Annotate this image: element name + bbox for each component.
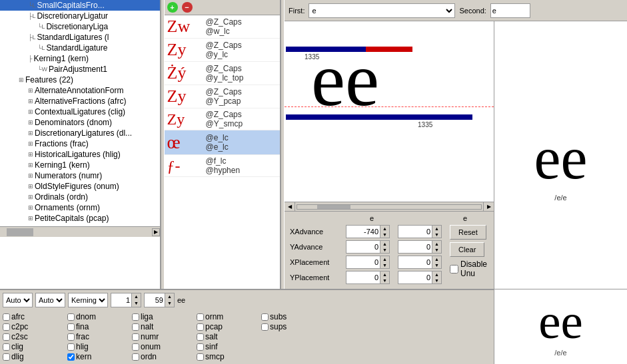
reset-button[interactable]: Reset <box>450 225 486 240</box>
tree-item[interactable]: ⊞ ContextualLigatures (clig) <box>0 106 160 117</box>
h-scrollbar[interactable]: ◀ ▶ <box>285 202 494 211</box>
add-glyph-button[interactable]: + <box>167 2 178 13</box>
tree-item[interactable]: ├L StandardLigatures (l <box>0 32 160 43</box>
tree-item[interactable]: ⊞ DiscretionaryLigatures (dl... <box>0 128 160 138</box>
check-salt[interactable]: salt <box>197 332 260 341</box>
xplacement-input2[interactable] <box>398 256 432 268</box>
glyph-row[interactable]: ƒ- @f_lc @hyphen <box>165 155 281 177</box>
spin-2[interactable]: ▲ ▼ <box>144 293 175 307</box>
glyph-row[interactable]: Zy @Z_Caps @y_lc <box>165 39 281 62</box>
tree-item[interactable]: ⊞ AlternateAnnotationForm <box>0 85 160 96</box>
xplacement-down1[interactable]: ▼ <box>380 262 389 268</box>
check-sinf[interactable]: sinf <box>197 342 260 351</box>
check-clig[interactable]: clig <box>3 342 66 351</box>
check-frac[interactable]: frac <box>67 332 131 341</box>
tree-item[interactable]: ⊞ Ordinals (ordn) <box>0 192 160 202</box>
remove-glyph-button[interactable]: − <box>182 2 193 13</box>
check-c2pc[interactable]: c2pc <box>3 322 66 331</box>
xplacement-up1[interactable]: ▲ <box>380 256 389 262</box>
check-fina[interactable]: fina <box>67 322 131 331</box>
xadvance-spin1[interactable]: ▲ ▼ <box>346 225 390 238</box>
xplacement-input1[interactable] <box>346 256 380 268</box>
xadvance-down2[interactable]: ▼ <box>432 232 441 238</box>
tree-item[interactable]: └L StandardLigature <box>0 43 160 53</box>
yplacement-down1[interactable]: ▼ <box>380 277 389 283</box>
tree-item[interactable]: ⊞ OldStyleFigures (onum) <box>0 181 160 192</box>
yplacement-spin2[interactable]: ▲ ▼ <box>398 271 442 284</box>
check-c2sc[interactable]: c2sc <box>3 332 66 341</box>
select-kerning[interactable]: Kerning <box>68 293 108 307</box>
xadvance-spin2[interactable]: ▲ ▼ <box>398 225 442 238</box>
check-ornm[interactable]: ornm <box>197 312 260 321</box>
xadvance-down1[interactable]: ▼ <box>380 232 389 238</box>
check-numr[interactable]: numr <box>132 332 195 341</box>
yadvance-input1[interactable] <box>346 241 380 253</box>
glyph-row[interactable]: Zy @Z_Caps @Y_pcap <box>165 85 281 108</box>
tree-item[interactable]: └L DiscretionaryLiga <box>0 21 160 32</box>
check-sups[interactable]: sups <box>261 322 324 331</box>
tree-item[interactable]: ⊞ Kerning1 (kern) <box>0 160 160 170</box>
check-kern[interactable]: kern <box>67 352 131 361</box>
check-pcap[interactable]: pcap <box>197 322 260 331</box>
yplacement-up2[interactable]: ▲ <box>432 272 441 277</box>
yplacement-input2[interactable] <box>398 272 432 283</box>
xadvance-up1[interactable]: ▲ <box>380 226 389 232</box>
xplacement-spin1[interactable]: ▲ ▼ <box>346 256 390 269</box>
tree-item[interactable]: ├ Kerning1 (kern) <box>0 53 160 64</box>
tree-item[interactable]: ⊞ Denominators (dnom) <box>0 117 160 128</box>
spin1-input[interactable] <box>111 293 131 307</box>
spin2-input[interactable] <box>145 293 165 307</box>
tree-item[interactable]: ⊞ Numerators (numr) <box>0 170 160 181</box>
glyph-row[interactable]: Żý @Z_Caps @y_lc_top <box>165 62 281 85</box>
check-hlig[interactable]: hlig <box>67 342 131 351</box>
check-nalt[interactable]: nalt <box>132 322 195 331</box>
tree-item[interactable]: ⊞ PetiteCapitals (pcap) <box>0 213 160 224</box>
spin2-down[interactable]: ▼ <box>165 300 174 307</box>
check-dnom[interactable]: dnom <box>67 312 131 321</box>
check-subs[interactable]: subs <box>261 312 324 321</box>
yadvance-input2[interactable] <box>398 241 432 253</box>
tree-item[interactable]: └W PairAdjustment1 <box>0 64 160 75</box>
second-input[interactable] <box>490 3 530 18</box>
check-liga[interactable]: liga <box>132 312 195 321</box>
yplacement-spin1[interactable]: ▲ ▼ <box>346 271 390 284</box>
tree-item[interactable]: ├L DiscretionaryLigatur <box>0 11 160 21</box>
first-select[interactable]: e <box>309 3 455 18</box>
xadvance-up2[interactable]: ▲ <box>432 226 441 232</box>
glyph-row[interactable]: Zy @Z_Caps @Y_smcp <box>165 108 281 130</box>
spin-1[interactable]: ▲ ▼ <box>111 293 141 307</box>
check-onum[interactable]: onum <box>132 342 195 351</box>
check-dlig[interactable]: dlig <box>3 352 66 361</box>
tree-item[interactable]: ⊞ Fractions (frac) <box>0 138 160 149</box>
tree-item[interactable]: ⊞ Ornaments (ornm) <box>0 202 160 213</box>
check-ordn[interactable]: ordn <box>132 352 195 361</box>
tree-item[interactable]: ⊞ HistoricalLigatures (hlig) <box>0 149 160 160</box>
yadvance-spin1[interactable]: ▲ ▼ <box>346 240 390 254</box>
yadvance-down1[interactable]: ▼ <box>380 247 389 253</box>
tree-item[interactable]: ⊞ Features (22) <box>0 75 160 85</box>
xadvance-input1[interactable] <box>346 226 380 238</box>
xplacement-spin2[interactable]: ▲ ▼ <box>398 256 442 269</box>
check-afrc[interactable]: afrc <box>3 312 66 321</box>
select-auto-2[interactable]: Auto <box>35 293 65 307</box>
clear-button[interactable]: Clear <box>450 242 484 257</box>
disable-checkbox[interactable] <box>450 265 458 273</box>
yplacement-up1[interactable]: ▲ <box>380 272 389 277</box>
yadvance-up2[interactable]: ▲ <box>432 241 441 247</box>
yplacement-input1[interactable] <box>346 272 380 283</box>
tree-item[interactable]: ⊞ AlternativeFractions (afrc) <box>0 96 160 106</box>
spin2-up[interactable]: ▲ <box>165 293 174 300</box>
spin1-up[interactable]: ▲ <box>131 293 141 300</box>
xadvance-input2[interactable] <box>398 226 432 238</box>
select-auto-1[interactable]: Auto <box>3 293 33 307</box>
glyph-row-selected[interactable]: œ @e_lc @e_lc <box>165 130 281 155</box>
yadvance-spin2[interactable]: ▲ ▼ <box>398 240 442 254</box>
yplacement-down2[interactable]: ▼ <box>432 277 441 283</box>
xplacement-up2[interactable]: ▲ <box>432 256 441 262</box>
disable-check[interactable]: Disable Unu <box>450 260 488 278</box>
spin1-down[interactable]: ▼ <box>131 300 141 307</box>
yadvance-up1[interactable]: ▲ <box>380 241 389 247</box>
tree-item[interactable]: └L SmallCapitalsFro... <box>0 0 160 11</box>
check-smcp[interactable]: smcp <box>197 352 260 361</box>
xplacement-down2[interactable]: ▼ <box>432 262 441 268</box>
